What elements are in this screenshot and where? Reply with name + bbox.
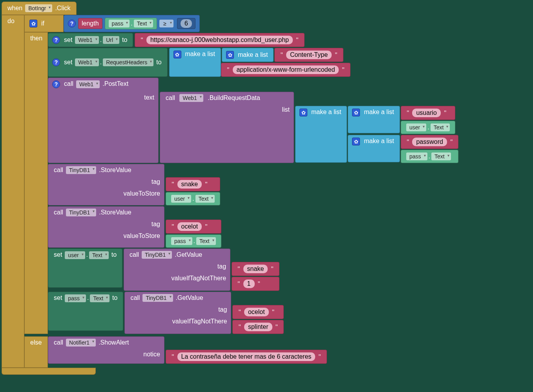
set-user-text[interactable]: set user.Text to	[48, 249, 122, 288]
makelist-password[interactable]: ✿make a list	[348, 135, 400, 162]
pass-text2[interactable]: pass.Text	[166, 234, 221, 248]
help-icon[interactable]: ?	[52, 36, 60, 44]
op-dropdown[interactable]: ≥	[159, 20, 173, 27]
url-string[interactable]: "https://canaco-j.000webhostapp.com/bd_u…	[135, 33, 304, 47]
pass-text[interactable]: pass.Text	[401, 150, 459, 163]
gear-icon[interactable]: ✿	[173, 51, 181, 58]
ctv-string[interactable]: "application/x-www-form-urlencoded"	[221, 63, 350, 77]
snake-string2[interactable]: "snake"	[232, 262, 279, 276]
makelist-usuario[interactable]: ✿make a list	[348, 106, 400, 133]
set-headers-block[interactable]: ? set Web1. RequestHeaders to	[48, 48, 168, 77]
help-icon[interactable]: ?	[52, 58, 60, 66]
makelist-inner[interactable]: ✿ make a list	[222, 48, 274, 62]
ct-string[interactable]: "Content-Type"	[274, 48, 343, 62]
one-string[interactable]: "1"	[232, 277, 279, 291]
if-label: if	[41, 20, 44, 27]
user-text2[interactable]: user.Text	[166, 192, 220, 205]
ocelot-string2[interactable]: "ocelot"	[232, 305, 284, 319]
store-snake[interactable]: callTinyDB1.StoreValue tag valueToStore	[48, 164, 164, 205]
ocelot-string[interactable]: "ocelot"	[166, 220, 221, 234]
then-col: then	[24, 32, 48, 334]
call-buildreq[interactable]: call Web1 .BuildRequestData list	[160, 92, 294, 163]
component-dropdown[interactable]: BotIngr	[25, 4, 52, 12]
gear-icon[interactable]: ✿	[299, 109, 307, 116]
pass-text-block[interactable]: pass . Text	[105, 18, 157, 29]
help-icon[interactable]: ?	[68, 20, 76, 27]
if-left-pad: ✿ if	[24, 15, 64, 32]
dd-text[interactable]: Text	[134, 20, 153, 27]
when-label: when	[7, 5, 22, 12]
alert-string[interactable]: "La contraseña debe tener mas de 6 carac…	[166, 350, 327, 364]
usuario-string[interactable]: "usuario"	[401, 106, 455, 120]
else-col: else	[24, 336, 48, 368]
gear-icon[interactable]: ✿	[226, 51, 234, 59]
num-block[interactable]: 6	[177, 18, 195, 29]
then-label: then	[30, 35, 42, 42]
block-footer	[2, 368, 96, 375]
password-string[interactable]: "password"	[401, 135, 459, 149]
if-condition[interactable]: ? length pass . Text ≥ 6	[64, 15, 200, 32]
do-label: do	[7, 18, 15, 25]
splinter-string[interactable]: "splinter"	[232, 320, 284, 334]
num-six: 6	[181, 19, 192, 28]
snake-string[interactable]: "snake"	[166, 177, 220, 191]
dd-pass[interactable]: pass	[109, 20, 130, 27]
when-block[interactable]: when BotIngr .Click	[2, 2, 77, 15]
click-label: .Click	[55, 5, 70, 12]
gear-icon[interactable]: ✿	[29, 20, 37, 27]
store-ocelot[interactable]: callTinyDB1.StoreValue tag valueToStore	[48, 206, 164, 248]
getvalue-ocelot[interactable]: callTinyDB1.GetValue tag valueIfTagNotTh…	[124, 292, 231, 334]
getvalue-snake[interactable]: callTinyDB1.GetValue tag valueIfTagNotTh…	[124, 249, 230, 291]
help-icon[interactable]: ?	[52, 80, 60, 88]
makelist-outer[interactable]: ✿ make a list	[169, 48, 221, 77]
set-url-block[interactable]: ? set Web1. Url to	[48, 33, 133, 47]
makelist-data[interactable]: ✿ make a list	[295, 106, 347, 163]
call-posttext[interactable]: ? call Web1 .PostText text	[48, 78, 159, 163]
user-text[interactable]: user.Text	[401, 121, 455, 134]
do-column: do	[2, 15, 24, 368]
call-showalert[interactable]: callNotifier1.ShowAlert notice	[48, 336, 164, 364]
set-pass-text[interactable]: set pass.Text to	[48, 292, 123, 331]
length-block[interactable]: length	[78, 18, 102, 29]
